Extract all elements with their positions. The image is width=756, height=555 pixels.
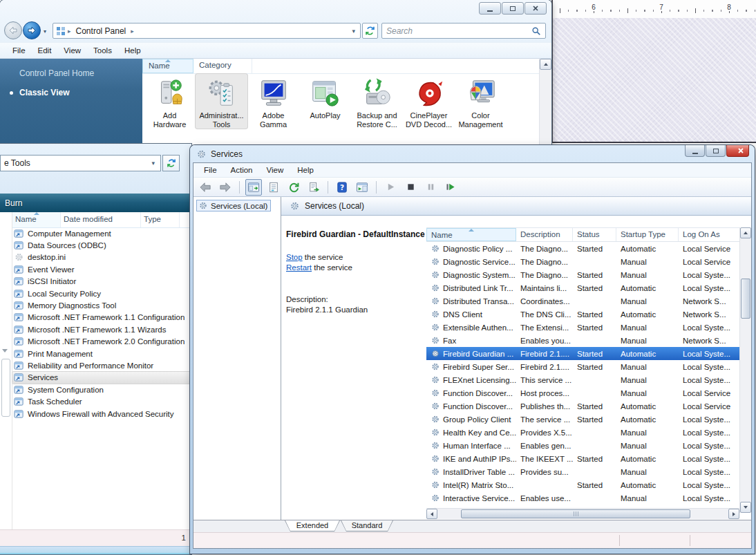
scroll-right-button[interactable] [728, 509, 739, 519]
help-button[interactable]: ? [334, 179, 350, 196]
scroll-down-button[interactable] [740, 502, 751, 513]
service-row[interactable]: Distributed Transa...Coordinates...Manua… [426, 294, 739, 308]
maximize-button[interactable] [706, 145, 726, 157]
service-row[interactable]: IKE and AuthIP IPs...The IKEEXT ...Start… [426, 452, 739, 465]
control-panel-item-cineplayer[interactable]: CinePlayerDVD Decod... [403, 74, 455, 129]
file-list-item[interactable]: Microsoft .NET Framework 1.1 Wizards [12, 323, 191, 335]
console-tree-button[interactable] [245, 179, 262, 196]
address-dropdown-icon[interactable]: ▾ [350, 28, 357, 35]
services-menu-file[interactable]: File [197, 164, 224, 176]
service-row[interactable]: Diagnostic Policy ...The Diagno...Starte… [426, 242, 739, 255]
file-list-item[interactable]: Microsoft .NET Framework 2.0 Configurati… [12, 336, 191, 348]
properties-button[interactable] [265, 179, 282, 196]
address-bar[interactable]: ▸ Control Panel ▸ ▾ [53, 23, 361, 39]
file-list-item[interactable]: Memory Diagnostics Tool [12, 299, 191, 311]
action-pane-button[interactable] [354, 179, 370, 196]
column-header-log-on-as[interactable]: Log On As [679, 228, 739, 241]
control-panel-menu-view[interactable]: View [57, 44, 87, 57]
column-header-name[interactable]: Name [142, 59, 193, 73]
service-row[interactable]: Diagnostic Service...The Diagno...Manual… [426, 255, 739, 268]
file-list-item[interactable]: System Configuration [12, 384, 191, 395]
forward-button[interactable] [217, 179, 234, 196]
services-menu-help[interactable]: Help [290, 164, 321, 176]
file-list-item[interactable]: Local Security Policy [12, 288, 191, 299]
explorer-address-bar[interactable]: e Tools ▾ [0, 155, 161, 171]
file-list-item[interactable]: Event Viewer [12, 263, 191, 275]
restart-service-link[interactable]: Restart [286, 263, 312, 272]
control-panel-item-administrat-[interactable]: Administrat...Tools [196, 74, 247, 129]
scrollbar-thumb[interactable] [741, 279, 750, 319]
minimize-button[interactable] [479, 2, 501, 15]
column-header-date-modified[interactable]: Date modified [61, 212, 141, 227]
file-list-item[interactable]: Reliability and Performance Monitor [12, 359, 191, 371]
file-list-item[interactable]: Task Scheduler [12, 395, 191, 407]
column-header-category[interactable]: Category [193, 59, 252, 73]
minimize-button[interactable] [685, 145, 705, 157]
tab-extended[interactable]: Extended [285, 520, 340, 532]
scroll-up-button[interactable] [740, 227, 751, 238]
horizontal-scrollbar[interactable] [426, 508, 739, 519]
burn-button[interactable]: Burn [5, 198, 22, 208]
breadcrumb-separator-icon[interactable]: ▸ [131, 28, 134, 35]
scroll-up-button[interactable] [540, 59, 551, 70]
services-menu-view[interactable]: View [260, 164, 291, 176]
control-panel-item-adobe[interactable]: AdobeGamma [247, 74, 299, 129]
explorer-refresh-button[interactable] [162, 155, 180, 171]
control-panel-menu-edit[interactable]: Edit [32, 44, 58, 57]
column-header-description[interactable]: Description [516, 228, 573, 241]
control-panel-menu-help[interactable]: Help [118, 44, 147, 57]
sidebar-item-classic-view[interactable]: Classic View [10, 88, 142, 97]
service-row[interactable]: Interactive Service...Enables use...Manu… [426, 491, 739, 505]
column-header-status[interactable]: Status [573, 228, 616, 241]
service-row[interactable]: Firebird Super Ser...Firebird 2.1....Sta… [426, 360, 739, 373]
file-list-item[interactable]: iSCSI Initiator [12, 276, 191, 288]
sidebar-item-control-panel-home[interactable]: Control Panel Home [19, 68, 142, 78]
service-row[interactable]: Health Key and Ce...Provides X.5...Manua… [426, 426, 739, 439]
file-list-item[interactable]: Services [12, 372, 191, 384]
refresh-button[interactable] [285, 179, 302, 196]
scroll-left-button[interactable] [426, 509, 437, 519]
refresh-button[interactable] [362, 23, 378, 39]
control-panel-menu-tools[interactable]: Tools [87, 44, 118, 57]
start-service-button[interactable] [382, 179, 399, 196]
close-button[interactable] [525, 2, 547, 15]
scrollbar-thumb[interactable] [461, 509, 690, 518]
file-list-item[interactable]: Print Management [12, 348, 191, 359]
control-panel-menu-file[interactable]: File [6, 44, 32, 57]
service-row[interactable]: Intel(R) Matrix Sto...StartedAutomaticLo… [426, 478, 739, 491]
pause-service-button[interactable] [422, 179, 439, 196]
service-row[interactable]: Diagnostic System...The Diagno...Started… [426, 268, 739, 281]
back-button[interactable] [4, 21, 22, 39]
restart-service-button[interactable] [442, 179, 459, 196]
file-list-item[interactable]: desktop.ini [12, 252, 191, 263]
service-row[interactable]: Function Discover...Publishes th...Start… [426, 399, 739, 413]
back-button[interactable] [197, 179, 214, 196]
recent-pages-chevron-icon[interactable]: ▾ [44, 28, 46, 35]
column-header-type[interactable]: Type [141, 212, 180, 227]
file-list-item[interactable]: Microsoft .NET Framework 1.1 Configurati… [12, 312, 191, 323]
file-list-item[interactable]: Windows Firewall with Advanced Security [12, 408, 191, 420]
breadcrumb[interactable]: Control Panel [76, 26, 126, 36]
tree-item-services-local[interactable]: Services (Local) [196, 200, 271, 211]
service-row[interactable]: Group Policy ClientThe service ...Starte… [426, 413, 739, 426]
address-dropdown-icon[interactable]: ▾ [149, 160, 157, 167]
close-button[interactable] [726, 145, 749, 157]
services-menu-action[interactable]: Action [224, 164, 260, 176]
column-header-startup-type[interactable]: Startup Type [616, 228, 679, 241]
vertical-scrollbar[interactable] [739, 227, 751, 513]
service-row-selected[interactable]: Firebird Guardian ...Firebird 2.1....Sta… [426, 347, 739, 360]
service-row[interactable]: Human Interface ...Enables gen...ManualL… [426, 439, 739, 452]
service-row[interactable]: FLEXnet Licensing...This service ...Manu… [426, 373, 739, 386]
maximize-button[interactable] [502, 2, 524, 15]
file-list-item[interactable]: Data Sources (ODBC) [12, 239, 191, 251]
control-panel-item-autoplay[interactable]: AutoPlay [299, 74, 351, 129]
control-panel-item-backup-and[interactable]: Backup andRestore C... [351, 74, 403, 129]
service-row[interactable]: Function Discover...Host proces...Manual… [426, 386, 739, 399]
column-header-name[interactable]: Name [12, 212, 61, 227]
service-row[interactable]: Extensible Authen...The Extensi...Starte… [426, 321, 739, 334]
column-header-name[interactable]: Name [426, 228, 516, 241]
stop-service-button[interactable] [402, 179, 419, 196]
control-panel-item-color[interactable]: ColorManagement [455, 74, 507, 129]
service-row[interactable]: Distributed Link Tr...Maintains li...Sta… [426, 281, 739, 294]
service-row[interactable]: FaxEnables you...ManualNetwork S... [426, 334, 739, 347]
